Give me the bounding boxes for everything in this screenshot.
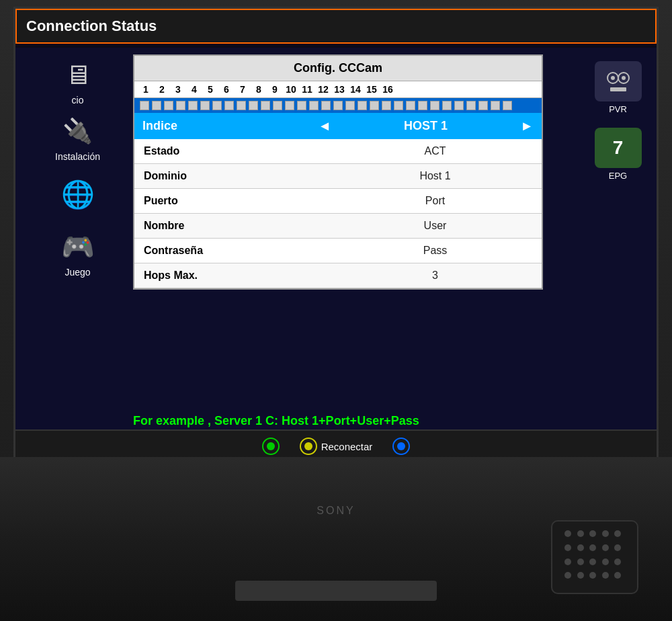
sidebar-item-globe[interactable]: 🌐: [15, 174, 140, 214]
speaker-dot: [602, 530, 609, 537]
tv-bottom: SONY: [0, 457, 672, 621]
puerto-row[interactable]: Puerto Port: [134, 189, 542, 214]
sidebar-item-juego[interactable]: 🎮 Juego: [15, 226, 140, 278]
dot-4: [176, 101, 185, 110]
dot-12: [273, 101, 282, 110]
epg-label: EPG: [609, 171, 627, 181]
speaker-dot: [614, 544, 621, 551]
estado-row[interactable]: Estado ACT: [134, 139, 542, 164]
hops-value: 3: [338, 270, 532, 282]
indice-row[interactable]: Indice ◄ HOST 1 ►: [134, 113, 542, 139]
connection-status-bar: Connection Status: [15, 9, 657, 44]
dot-6: [200, 101, 210, 110]
indice-value: HOST 1: [338, 119, 513, 133]
tab-12[interactable]: 12: [317, 84, 329, 95]
dot-24: [418, 101, 427, 110]
dot-30: [491, 101, 500, 110]
dot-3: [164, 101, 173, 110]
svg-rect-4: [610, 87, 626, 91]
tab-3[interactable]: 3: [172, 84, 184, 95]
epg-block[interactable]: 7 EPG: [595, 128, 642, 181]
speaker-dot: [602, 558, 609, 565]
dot-19: [358, 101, 367, 110]
speaker-dot: [602, 544, 609, 551]
dominio-label: Dominio: [144, 170, 338, 182]
speaker-dot: [614, 530, 621, 537]
tab-11[interactable]: 11: [301, 84, 313, 95]
speaker-dot: [589, 530, 596, 537]
dominio-row[interactable]: Dominio Host 1: [134, 164, 542, 189]
sidebar: 🖥 cio 🔌 Instalación 🌐 🎮 Juego: [15, 48, 140, 462]
tab-9[interactable]: 9: [269, 84, 281, 95]
tab-10[interactable]: 10: [285, 84, 297, 95]
tv-shell: Connection Status 🖥 cio 🔌 Instalación 🌐 …: [0, 0, 672, 621]
config-dialog: Config. CCCam 1 2 3 4 5 6 7 8 9 10 11 12…: [133, 54, 543, 290]
tab-15[interactable]: 15: [366, 84, 378, 95]
nombre-row[interactable]: Nombre User: [134, 214, 542, 239]
blue-circle: [392, 438, 410, 455]
sidebar-item-instalacion[interactable]: 🔌 Instalación: [15, 111, 140, 162]
pvr-block[interactable]: PVR: [595, 61, 642, 114]
sony-label: SONY: [317, 505, 355, 517]
dot-29: [478, 101, 488, 110]
tv-screen: Connection Status 🖥 cio 🔌 Instalación 🌐 …: [13, 7, 659, 464]
estado-label: Estado: [144, 145, 338, 157]
blue-inner: [397, 442, 405, 450]
speaker-dot: [564, 530, 571, 537]
tab-5[interactable]: 5: [204, 84, 216, 95]
right-arrow-icon[interactable]: ►: [520, 118, 534, 134]
tab-1[interactable]: 1: [140, 84, 152, 95]
green-circle: [262, 438, 280, 455]
dominio-value: Host 1: [338, 170, 532, 182]
hops-row[interactable]: Hops Max. 3: [134, 263, 542, 288]
pvr-label: PVR: [609, 104, 627, 114]
dot-1: [140, 101, 149, 110]
tab-14[interactable]: 14: [349, 84, 362, 95]
green-inner: [267, 442, 275, 450]
sidebar-instalacion-label: Instalación: [55, 151, 100, 162]
svg-point-1: [611, 76, 615, 80]
yellow-circle: [300, 438, 317, 455]
sidebar-juego-label: Juego: [65, 267, 90, 278]
dot-2: [152, 101, 161, 110]
yellow-btn[interactable]: Reconectar: [300, 438, 373, 455]
speaker-dot: [614, 558, 621, 565]
dot-5: [188, 101, 198, 110]
dot-11: [261, 101, 270, 110]
nombre-value: User: [338, 220, 532, 232]
monitor-icon: 🖥: [65, 54, 91, 95]
dot-15: [309, 101, 319, 110]
tv-interface: 🖥 cio 🔌 Instalación 🌐 🎮 Juego Conf: [15, 48, 657, 462]
hops-label: Hops Max.: [144, 270, 338, 282]
dot-31: [503, 101, 512, 110]
dot-16: [321, 101, 331, 110]
tv-stand: [235, 581, 437, 601]
tab-7[interactable]: 7: [237, 84, 249, 95]
left-arrow-icon[interactable]: ◄: [318, 118, 331, 134]
contrasena-row[interactable]: Contraseña Pass: [134, 239, 542, 263]
blue-btn[interactable]: [392, 438, 410, 455]
tab-16[interactable]: 16: [382, 84, 394, 95]
speaker-dot: [577, 558, 584, 565]
epg-icon: 7: [595, 128, 642, 168]
reconnect-label: Reconectar: [321, 441, 373, 452]
green-btn[interactable]: [262, 438, 280, 455]
dot-7: [212, 101, 222, 110]
tab-2[interactable]: 2: [156, 84, 168, 95]
sidebar-item-cio[interactable]: 🖥 cio: [15, 54, 140, 106]
dot-21: [382, 101, 391, 110]
estado-value: ACT: [338, 145, 532, 157]
tab-4[interactable]: 4: [188, 84, 200, 95]
tab-8[interactable]: 8: [253, 84, 265, 95]
pvr-icon: [595, 61, 642, 101]
dot-14: [297, 101, 306, 110]
tools-icon: 🔌: [62, 111, 93, 151]
tab-numbers: 1 2 3 4 5 6 7 8 9 10 11 12 13 14 15 16: [134, 81, 542, 98]
contrasena-value: Pass: [338, 245, 532, 257]
puerto-label: Puerto: [144, 195, 338, 207]
speaker-grille: [564, 530, 625, 584]
tab-13[interactable]: 13: [333, 84, 345, 95]
dot-13: [285, 101, 294, 110]
tab-6[interactable]: 6: [220, 84, 233, 95]
dot-9: [237, 101, 246, 110]
